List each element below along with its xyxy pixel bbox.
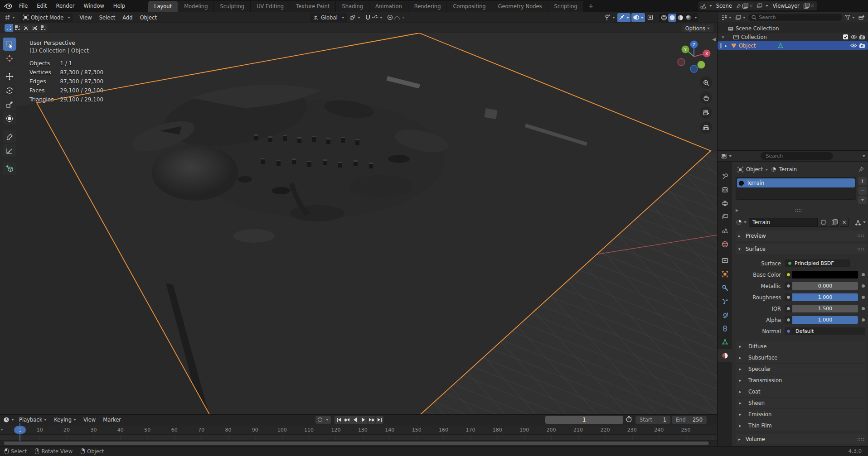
material-nodes-button[interactable] xyxy=(854,218,867,227)
viewport-3d[interactable]: Options User Perspective (1) Collection … xyxy=(0,23,717,414)
expand-icon[interactable]: ▸ xyxy=(723,43,729,48)
material-slot-list[interactable]: Terrain xyxy=(736,177,856,200)
viewport-menu-item[interactable]: Select xyxy=(96,13,119,22)
keying-menu[interactable]: Keying xyxy=(50,415,80,424)
workspace-tab[interactable]: Layout xyxy=(148,1,178,12)
workspace-tab[interactable]: Compositing xyxy=(447,1,492,12)
normal-field[interactable]: Default xyxy=(792,327,865,335)
select-mode-intersect[interactable] xyxy=(39,24,48,32)
tool-transform[interactable] xyxy=(3,112,16,125)
menu-item[interactable]: File xyxy=(15,1,32,10)
outliner-editor-button[interactable] xyxy=(720,13,732,22)
workspace-tab[interactable]: Scripting xyxy=(548,1,584,12)
eye-icon[interactable] xyxy=(850,34,857,39)
zoom-button[interactable] xyxy=(700,77,712,89)
tab-tool[interactable] xyxy=(718,170,732,182)
delete-viewlayer-button[interactable]: ✕ xyxy=(810,3,815,9)
tab-scene[interactable] xyxy=(718,224,732,237)
jump-to-start-button[interactable] xyxy=(335,416,343,424)
outliner-search[interactable] xyxy=(748,14,842,21)
tab-physics[interactable] xyxy=(718,308,732,321)
scene-selector[interactable]: Scene ✕ xyxy=(698,1,756,10)
tab-particles[interactable] xyxy=(718,295,732,307)
current-frame-field[interactable]: 1 xyxy=(545,416,623,424)
shading-dropdown[interactable] xyxy=(694,17,697,19)
mode-dropdown[interactable]: Object Mode xyxy=(20,13,73,22)
pivot-point-dropdown[interactable] xyxy=(347,13,363,22)
tool-rotate[interactable] xyxy=(3,84,16,97)
subpanel-header[interactable]: ▸Thin Film xyxy=(736,420,866,431)
pin-icon[interactable] xyxy=(736,4,741,9)
timeline-expand-chevron[interactable]: ▸ xyxy=(1,427,3,432)
orientation-dropdown[interactable]: Global xyxy=(310,13,347,22)
workspace-tab[interactable]: Texture Paint xyxy=(290,1,336,12)
tool-annotate[interactable] xyxy=(3,130,16,143)
slot-specials-button[interactable] xyxy=(858,196,867,204)
subpanel-header[interactable]: ▸Subsurface xyxy=(736,352,866,363)
ior-socket[interactable] xyxy=(785,305,792,312)
viewport-menu-item[interactable]: View xyxy=(76,13,95,22)
select-mode-invert[interactable] xyxy=(30,24,39,32)
playback-menu[interactable]: Playback xyxy=(15,415,50,424)
roughness-slider[interactable]: 1.000 xyxy=(792,293,858,301)
playback-sync-dropdown[interactable] xyxy=(315,416,331,424)
outliner-row-collection[interactable]: ▾ Collection xyxy=(718,33,868,41)
checkbox-icon[interactable] xyxy=(843,34,849,40)
shading-rendered-button[interactable] xyxy=(685,14,692,21)
normal-socket[interactable] xyxy=(785,327,792,335)
shading-solid-button[interactable] xyxy=(668,14,676,22)
prev-keyframe-button[interactable] xyxy=(343,416,351,424)
base-color-swatch[interactable] xyxy=(792,271,858,278)
new-viewlayer-button[interactable] xyxy=(804,4,808,9)
subpanel-header[interactable]: ▸Sheen xyxy=(736,397,866,408)
tab-modifiers[interactable] xyxy=(718,281,732,294)
next-keyframe-button[interactable] xyxy=(367,416,375,424)
scene-name[interactable]: Scene xyxy=(713,3,735,9)
playhead-line[interactable] xyxy=(19,423,20,441)
workspace-tab[interactable]: Shading xyxy=(336,1,369,12)
tool-select-box[interactable] xyxy=(3,38,16,51)
timeline-editor-button[interactable] xyxy=(2,415,15,424)
select-mode-extend[interactable] xyxy=(13,24,22,32)
ortho-toggle-button[interactable] xyxy=(700,121,712,134)
camera-restrict-icon[interactable] xyxy=(859,43,865,48)
outliner-search-input[interactable] xyxy=(759,14,839,20)
unlink-material-button[interactable]: × xyxy=(840,218,849,227)
eye-icon[interactable] xyxy=(850,43,857,48)
select-mode-subtract[interactable] xyxy=(22,24,30,32)
overlays-toggle[interactable] xyxy=(631,13,645,22)
viewport-menu-item[interactable]: Object xyxy=(136,13,160,22)
tool-move[interactable] xyxy=(3,70,16,83)
alpha-slider[interactable]: 1.000 xyxy=(792,316,858,324)
tab-constraints[interactable] xyxy=(718,322,732,335)
tool-measure[interactable] xyxy=(3,144,16,157)
preview-panel-header[interactable]: ▸Preview xyxy=(736,230,867,241)
base-color-socket[interactable] xyxy=(785,271,792,278)
subpanel-header[interactable]: ▸Specular xyxy=(736,363,866,374)
play-reverse-button[interactable] xyxy=(351,416,359,424)
workspace-tab[interactable]: Sculpting xyxy=(214,1,251,12)
metallic-socket[interactable] xyxy=(785,282,792,290)
animate-decorator[interactable] xyxy=(862,307,865,310)
menu-item[interactable]: Window xyxy=(79,1,108,10)
browse-material-button[interactable] xyxy=(736,218,747,227)
breadcrumb-object[interactable]: Object xyxy=(746,166,763,173)
add-slot-button[interactable]: + xyxy=(858,177,867,185)
tab-render[interactable] xyxy=(718,183,732,196)
surface-panel-header[interactable]: ▾Surface xyxy=(736,244,867,254)
tab-collection[interactable] xyxy=(718,254,732,267)
properties-options-caret[interactable] xyxy=(863,155,865,157)
subpanel-header[interactable]: ▸Coat xyxy=(736,386,866,397)
select-mode-set[interactable] xyxy=(5,24,13,32)
shader-button[interactable]: Principled BSDF xyxy=(785,259,850,267)
expand-icon[interactable]: ▾ xyxy=(720,35,726,39)
workspace-tab[interactable]: Animation xyxy=(369,1,408,12)
animate-decorator[interactable] xyxy=(862,318,865,322)
properties-search-input[interactable] xyxy=(766,153,832,159)
new-collection-button[interactable] xyxy=(858,13,865,22)
options-button[interactable]: Options xyxy=(682,24,713,32)
remove-slot-button[interactable]: − xyxy=(858,187,867,195)
outliner-row-object[interactable]: ▸ Object xyxy=(718,41,868,50)
metallic-slider[interactable]: 0.000 xyxy=(792,282,858,290)
snap-toggle[interactable] xyxy=(363,13,371,22)
